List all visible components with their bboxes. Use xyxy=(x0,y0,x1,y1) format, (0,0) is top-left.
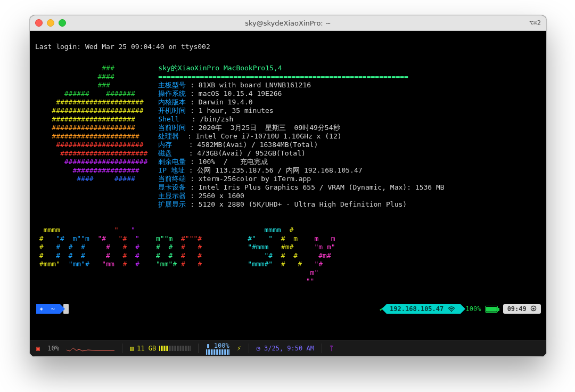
window-controls xyxy=(35,19,66,27)
powerline-statusbar: ✶ ~ ✔ 192.168.105.47 100% 09:49 ⦿ xyxy=(35,304,541,314)
battery-icon: ▮ xyxy=(206,342,210,349)
ram-segment: ▤ 11 GB xyxy=(130,345,191,352)
cpu-chip-icon: ▣ xyxy=(36,345,40,352)
system-info-table: sky的XiaoXinPro MacBookPro15,4 ==========… xyxy=(158,64,444,209)
battery-segment-bottom: ▮ 100% xyxy=(206,342,229,355)
minimize-button[interactable] xyxy=(47,19,54,27)
window-shortcut-hint: ⌥⌘2 xyxy=(529,19,541,27)
git-branch-icon: ᛘ xyxy=(330,345,333,352)
figlet-banner: mmmm " " mmmm # # "# m""m "# "# " m""m #… xyxy=(35,226,541,285)
terminal-area[interactable]: Last login: Wed Mar 25 09:04:40 on ttys0… xyxy=(30,31,546,340)
last-login-line: Last login: Wed Mar 25 09:04:40 on ttys0… xyxy=(35,43,210,51)
clock-segment: 09:49 ⦿ xyxy=(503,304,541,314)
cpu-percent: 10% xyxy=(47,345,59,352)
cwd-segment: ✶ ~ xyxy=(36,304,60,314)
titlebar: sky@skydeXiaoXinPro: ~ ⌥⌘2 xyxy=(30,15,546,31)
charging-bolt-icon: ⚡︎ xyxy=(237,345,241,352)
cpu-sparkline xyxy=(67,345,114,352)
battery-segment: 100% xyxy=(466,305,498,313)
terminal-window: sky@skydeXiaoXinPro: ~ ⌥⌘2 Last login: W… xyxy=(29,15,547,357)
ip-segment: 192.168.105.47 xyxy=(387,304,460,314)
apple-ascii-logo: ### #### ### ###### ####### ############… xyxy=(35,64,147,209)
wifi-icon xyxy=(448,306,455,312)
window-title: sky@skydeXiaoXinPro: ~ xyxy=(30,19,546,27)
ram-bar-gauge xyxy=(159,346,191,351)
maximize-button[interactable] xyxy=(59,19,66,27)
system-info-block: ### #### ### ###### ####### ############… xyxy=(35,64,541,209)
svg-point-0 xyxy=(451,311,452,312)
close-button[interactable] xyxy=(35,19,43,27)
ram-icon: ▤ xyxy=(130,345,134,352)
clock-icon: ◷ xyxy=(257,345,260,352)
iterm-statusbar: ▣ 10% ▤ 11 GB ▮ 100% ⚡︎ ◷ 3/25, 9:50 AM xyxy=(30,340,546,356)
datetime-segment: ◷ 3/25, 9:50 AM xyxy=(257,345,314,352)
battery-icon xyxy=(485,306,498,313)
